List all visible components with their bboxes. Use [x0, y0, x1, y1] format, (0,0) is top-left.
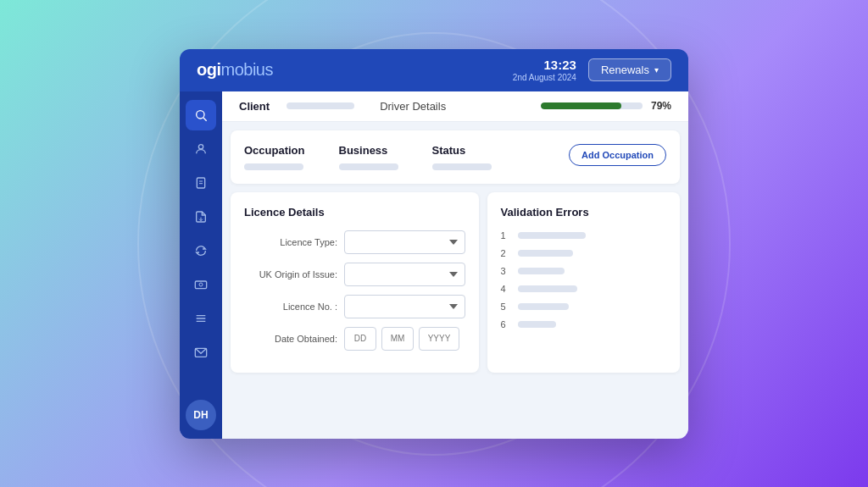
add-occupation-label: Add Occupation [581, 150, 654, 160]
envelope-icon [194, 346, 208, 359]
progress-bar-fill [541, 102, 621, 109]
sidebar-item-envelope[interactable] [186, 337, 216, 368]
breadcrumb-bar: Client Driver Details 79% [222, 91, 688, 122]
renewals-label: Renewals [601, 64, 649, 76]
validation-row-3: 3 [501, 266, 666, 276]
val-num-6: 6 [501, 319, 511, 329]
date-mm-input[interactable] [381, 327, 414, 351]
sidebar-item-list[interactable] [186, 303, 216, 334]
occupation-label: Occupation [244, 144, 305, 157]
add-occupation-button[interactable]: Add Occupation [569, 144, 666, 166]
val-num-5: 5 [501, 302, 511, 312]
business-value [339, 163, 398, 170]
business-label: Business [339, 144, 398, 157]
val-num-3: 3 [501, 266, 511, 276]
val-bar-1 [518, 232, 586, 239]
document-icon [194, 176, 208, 190]
progress-bar-container [541, 102, 643, 109]
licence-no-select[interactable] [344, 295, 465, 318]
refresh-icon [194, 244, 208, 257]
sidebar-item-search[interactable] [186, 100, 216, 130]
validation-panel: Validation Errors 1 2 3 4 [487, 192, 680, 373]
date-obtained-row: Date Obtained: [244, 327, 465, 351]
sidebar-item-refresh[interactable] [186, 235, 216, 266]
lower-section: Licence Details Licence Type: UK Origin … [231, 192, 680, 373]
main-content: Client Driver Details 79% Occupation [222, 91, 688, 439]
app-body: DH Client Driver Details 79% [180, 91, 688, 439]
svg-point-0 [197, 110, 204, 118]
logo-ogi: ogi [197, 60, 221, 80]
sidebar-item-document[interactable] [186, 168, 216, 198]
chevron-down-icon: ▾ [654, 65, 659, 75]
breadcrumb-driver: Driver Details [380, 100, 446, 113]
occupation-columns: Occupation Business Status [244, 144, 492, 170]
occ-col-occupation: Occupation [244, 144, 305, 170]
header-right: 13:23 2nd August 2024 Renewals ▾ [513, 58, 671, 82]
val-num-2: 2 [501, 248, 511, 258]
client-name-placeholder [287, 102, 354, 109]
svg-rect-7 [195, 281, 206, 289]
person-icon [194, 142, 208, 156]
origin-issue-row: UK Origin of Issue: [244, 263, 465, 286]
list-icon [194, 312, 208, 325]
svg-rect-3 [197, 178, 204, 188]
validation-panel-title: Validation Errors [501, 206, 666, 219]
file-export-icon [194, 210, 208, 224]
occupation-panel: Occupation Business Status A [231, 130, 680, 184]
val-num-4: 4 [501, 284, 511, 294]
renewals-button[interactable]: Renewals ▾ [588, 58, 671, 81]
occupation-value [244, 163, 303, 170]
val-bar-4 [518, 285, 577, 292]
validation-row-1: 1 [501, 230, 666, 241]
sidebar-item-money[interactable] [186, 269, 216, 300]
licence-type-label: Licence Type: [244, 237, 337, 247]
val-num-1: 1 [501, 230, 511, 241]
origin-issue-select[interactable] [344, 263, 465, 286]
occ-col-business: Business [339, 144, 398, 170]
sidebar-avatar[interactable]: DH [186, 400, 216, 430]
logo-mobius: mobius [221, 60, 273, 80]
date-yyyy-input[interactable] [419, 327, 459, 351]
svg-line-1 [203, 118, 207, 121]
progress-percentage: 79% [651, 100, 671, 112]
money-icon [194, 278, 208, 291]
licence-panel: Licence Details Licence Type: UK Origin … [231, 192, 479, 373]
status-value [432, 163, 492, 170]
header-date: 2nd August 2024 [513, 73, 576, 82]
occupation-section: Occupation Business Status A [244, 144, 666, 170]
validation-row-2: 2 [501, 248, 666, 258]
validation-row-4: 4 [501, 284, 666, 294]
app-header: ogi mobius 13:23 2nd August 2024 Renewal… [180, 49, 688, 91]
svg-point-8 [199, 283, 203, 286]
sidebar: DH [180, 91, 222, 439]
header-time: 13:23 2nd August 2024 [513, 58, 576, 82]
validation-row-5: 5 [501, 302, 666, 312]
occ-col-status: Status [432, 144, 492, 170]
svg-point-2 [198, 144, 203, 148]
app-window: ogi mobius 13:23 2nd August 2024 Renewal… [180, 49, 688, 439]
licence-type-select[interactable] [344, 230, 465, 254]
licence-type-row: Licence Type: [244, 230, 465, 254]
origin-issue-label: UK Origin of Issue: [244, 269, 337, 279]
licence-panel-title: Licence Details [244, 206, 465, 219]
val-bar-6 [518, 321, 556, 328]
date-fields [344, 327, 459, 351]
val-bar-2 [518, 250, 573, 257]
val-bar-5 [518, 303, 569, 310]
date-obtained-label: Date Obtained: [244, 334, 337, 344]
licence-no-label: Licence No. : [244, 302, 337, 312]
avatar-initials: DH [193, 409, 208, 421]
status-label: Status [432, 144, 492, 157]
sidebar-item-person[interactable] [186, 134, 216, 164]
search-icon [194, 108, 208, 122]
header-time-main: 13:23 [513, 58, 576, 73]
app-logo: ogi mobius [197, 60, 273, 80]
progress-section: 79% [541, 100, 671, 112]
breadcrumb-client: Client [239, 100, 270, 113]
sidebar-item-export[interactable] [186, 202, 216, 232]
val-bar-3 [518, 268, 565, 274]
validation-row-6: 6 [501, 319, 666, 329]
date-dd-input[interactable] [344, 327, 376, 351]
licence-no-row: Licence No. : [244, 295, 465, 318]
